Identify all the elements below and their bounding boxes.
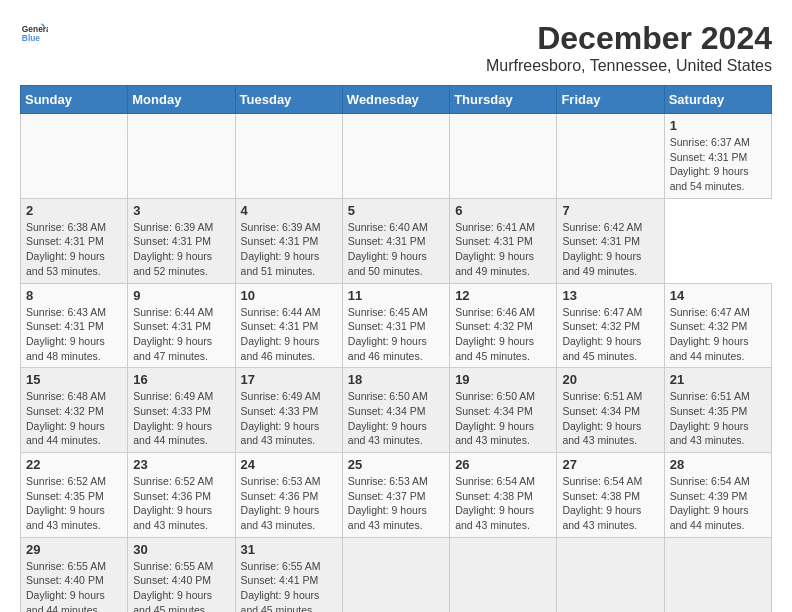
calendar-cell: 15Sunrise: 6:48 AMSunset: 4:32 PMDayligh… xyxy=(21,368,128,453)
calendar-cell: 4Sunrise: 6:39 AMSunset: 4:31 PMDaylight… xyxy=(235,198,342,283)
calendar-cell: 7Sunrise: 6:42 AMSunset: 4:31 PMDaylight… xyxy=(557,198,664,283)
calendar-cell: 27Sunrise: 6:54 AMSunset: 4:38 PMDayligh… xyxy=(557,453,664,538)
day-info: Sunrise: 6:39 AMSunset: 4:31 PMDaylight:… xyxy=(133,220,229,279)
day-number: 15 xyxy=(26,372,122,387)
day-info: Sunrise: 6:45 AMSunset: 4:31 PMDaylight:… xyxy=(348,305,444,364)
day-info: Sunrise: 6:55 AMSunset: 4:41 PMDaylight:… xyxy=(241,559,337,612)
calendar-cell xyxy=(342,114,449,199)
calendar-header-row: SundayMondayTuesdayWednesdayThursdayFrid… xyxy=(21,86,772,114)
day-info: Sunrise: 6:55 AMSunset: 4:40 PMDaylight:… xyxy=(26,559,122,612)
day-number: 28 xyxy=(670,457,766,472)
day-info: Sunrise: 6:42 AMSunset: 4:31 PMDaylight:… xyxy=(562,220,658,279)
calendar-cell: 9Sunrise: 6:44 AMSunset: 4:31 PMDaylight… xyxy=(128,283,235,368)
day-info: Sunrise: 6:54 AMSunset: 4:38 PMDaylight:… xyxy=(455,474,551,533)
day-info: Sunrise: 6:43 AMSunset: 4:31 PMDaylight:… xyxy=(26,305,122,364)
calendar-cell: 5Sunrise: 6:40 AMSunset: 4:31 PMDaylight… xyxy=(342,198,449,283)
day-number: 8 xyxy=(26,288,122,303)
col-header-sunday: Sunday xyxy=(21,86,128,114)
day-number: 18 xyxy=(348,372,444,387)
day-info: Sunrise: 6:46 AMSunset: 4:32 PMDaylight:… xyxy=(455,305,551,364)
calendar-cell: 17Sunrise: 6:49 AMSunset: 4:33 PMDayligh… xyxy=(235,368,342,453)
day-info: Sunrise: 6:41 AMSunset: 4:31 PMDaylight:… xyxy=(455,220,551,279)
day-info: Sunrise: 6:40 AMSunset: 4:31 PMDaylight:… xyxy=(348,220,444,279)
day-info: Sunrise: 6:55 AMSunset: 4:40 PMDaylight:… xyxy=(133,559,229,612)
logo: General Blue xyxy=(20,20,48,48)
calendar-week-5: 22Sunrise: 6:52 AMSunset: 4:35 PMDayligh… xyxy=(21,453,772,538)
day-number: 13 xyxy=(562,288,658,303)
day-info: Sunrise: 6:39 AMSunset: 4:31 PMDaylight:… xyxy=(241,220,337,279)
day-number: 1 xyxy=(670,118,766,133)
calendar-cell xyxy=(235,114,342,199)
col-header-monday: Monday xyxy=(128,86,235,114)
calendar-cell: 1Sunrise: 6:37 AMSunset: 4:31 PMDaylight… xyxy=(664,114,771,199)
day-info: Sunrise: 6:50 AMSunset: 4:34 PMDaylight:… xyxy=(455,389,551,448)
calendar-cell xyxy=(557,114,664,199)
day-number: 26 xyxy=(455,457,551,472)
day-number: 5 xyxy=(348,203,444,218)
day-info: Sunrise: 6:48 AMSunset: 4:32 PMDaylight:… xyxy=(26,389,122,448)
day-info: Sunrise: 6:47 AMSunset: 4:32 PMDaylight:… xyxy=(670,305,766,364)
page-subtitle: Murfreesboro, Tennessee, United States xyxy=(486,57,772,75)
calendar-cell: 28Sunrise: 6:54 AMSunset: 4:39 PMDayligh… xyxy=(664,453,771,538)
day-number: 12 xyxy=(455,288,551,303)
day-info: Sunrise: 6:49 AMSunset: 4:33 PMDaylight:… xyxy=(133,389,229,448)
calendar-cell: 26Sunrise: 6:54 AMSunset: 4:38 PMDayligh… xyxy=(450,453,557,538)
calendar-cell: 23Sunrise: 6:52 AMSunset: 4:36 PMDayligh… xyxy=(128,453,235,538)
calendar-week-1: 1Sunrise: 6:37 AMSunset: 4:31 PMDaylight… xyxy=(21,114,772,199)
day-number: 30 xyxy=(133,542,229,557)
day-number: 11 xyxy=(348,288,444,303)
day-number: 25 xyxy=(348,457,444,472)
day-number: 31 xyxy=(241,542,337,557)
col-header-friday: Friday xyxy=(557,86,664,114)
day-info: Sunrise: 6:38 AMSunset: 4:31 PMDaylight:… xyxy=(26,220,122,279)
day-number: 10 xyxy=(241,288,337,303)
svg-text:Blue: Blue xyxy=(22,33,40,43)
calendar-week-3: 8Sunrise: 6:43 AMSunset: 4:31 PMDaylight… xyxy=(21,283,772,368)
calendar-cell: 12Sunrise: 6:46 AMSunset: 4:32 PMDayligh… xyxy=(450,283,557,368)
calendar-cell xyxy=(342,537,449,612)
calendar-week-2: 2Sunrise: 6:38 AMSunset: 4:31 PMDaylight… xyxy=(21,198,772,283)
calendar-cell: 21Sunrise: 6:51 AMSunset: 4:35 PMDayligh… xyxy=(664,368,771,453)
day-number: 14 xyxy=(670,288,766,303)
logo-icon: General Blue xyxy=(20,20,48,48)
day-info: Sunrise: 6:44 AMSunset: 4:31 PMDaylight:… xyxy=(133,305,229,364)
day-number: 16 xyxy=(133,372,229,387)
day-number: 3 xyxy=(133,203,229,218)
day-info: Sunrise: 6:47 AMSunset: 4:32 PMDaylight:… xyxy=(562,305,658,364)
day-info: Sunrise: 6:49 AMSunset: 4:33 PMDaylight:… xyxy=(241,389,337,448)
day-number: 19 xyxy=(455,372,551,387)
calendar-cell: 25Sunrise: 6:53 AMSunset: 4:37 PMDayligh… xyxy=(342,453,449,538)
calendar-cell: 14Sunrise: 6:47 AMSunset: 4:32 PMDayligh… xyxy=(664,283,771,368)
page-header: General Blue December 2024 Murfreesboro,… xyxy=(20,20,772,75)
day-number: 6 xyxy=(455,203,551,218)
calendar-cell: 22Sunrise: 6:52 AMSunset: 4:35 PMDayligh… xyxy=(21,453,128,538)
col-header-saturday: Saturday xyxy=(664,86,771,114)
calendar-cell: 6Sunrise: 6:41 AMSunset: 4:31 PMDaylight… xyxy=(450,198,557,283)
day-number: 7 xyxy=(562,203,658,218)
calendar-cell xyxy=(557,537,664,612)
title-block: December 2024 Murfreesboro, Tennessee, U… xyxy=(486,20,772,75)
day-number: 9 xyxy=(133,288,229,303)
col-header-tuesday: Tuesday xyxy=(235,86,342,114)
calendar-week-4: 15Sunrise: 6:48 AMSunset: 4:32 PMDayligh… xyxy=(21,368,772,453)
calendar-cell xyxy=(450,537,557,612)
day-number: 27 xyxy=(562,457,658,472)
day-number: 29 xyxy=(26,542,122,557)
day-number: 24 xyxy=(241,457,337,472)
calendar-cell: 19Sunrise: 6:50 AMSunset: 4:34 PMDayligh… xyxy=(450,368,557,453)
day-info: Sunrise: 6:50 AMSunset: 4:34 PMDaylight:… xyxy=(348,389,444,448)
calendar-cell: 31Sunrise: 6:55 AMSunset: 4:41 PMDayligh… xyxy=(235,537,342,612)
calendar-week-6: 29Sunrise: 6:55 AMSunset: 4:40 PMDayligh… xyxy=(21,537,772,612)
day-info: Sunrise: 6:52 AMSunset: 4:36 PMDaylight:… xyxy=(133,474,229,533)
calendar-cell: 10Sunrise: 6:44 AMSunset: 4:31 PMDayligh… xyxy=(235,283,342,368)
calendar-cell: 30Sunrise: 6:55 AMSunset: 4:40 PMDayligh… xyxy=(128,537,235,612)
calendar-cell: 18Sunrise: 6:50 AMSunset: 4:34 PMDayligh… xyxy=(342,368,449,453)
calendar-cell: 3Sunrise: 6:39 AMSunset: 4:31 PMDaylight… xyxy=(128,198,235,283)
calendar-cell: 13Sunrise: 6:47 AMSunset: 4:32 PMDayligh… xyxy=(557,283,664,368)
day-number: 17 xyxy=(241,372,337,387)
day-info: Sunrise: 6:44 AMSunset: 4:31 PMDaylight:… xyxy=(241,305,337,364)
day-info: Sunrise: 6:54 AMSunset: 4:38 PMDaylight:… xyxy=(562,474,658,533)
day-info: Sunrise: 6:54 AMSunset: 4:39 PMDaylight:… xyxy=(670,474,766,533)
day-info: Sunrise: 6:53 AMSunset: 4:37 PMDaylight:… xyxy=(348,474,444,533)
calendar-cell: 8Sunrise: 6:43 AMSunset: 4:31 PMDaylight… xyxy=(21,283,128,368)
